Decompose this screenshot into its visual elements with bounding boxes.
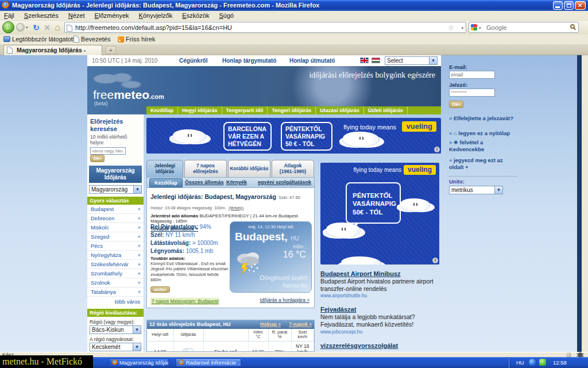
ad-url-link[interactable]: www.airportshuttle.hu <box>320 293 441 298</box>
search-box[interactable]: ▾ <box>469 22 579 33</box>
url-input[interactable] <box>75 23 437 32</box>
tomorrow-link[interactable]: Holnap » <box>260 320 281 329</box>
units-button[interactable]: units» <box>150 286 170 293</box>
city-item-szombathely[interactable]: Szombathely+ <box>87 269 144 278</box>
nav-mountain[interactable]: Hegyi időjárás <box>178 106 222 114</box>
taskbar-button-weather[interactable]: Magyarország Időjár... <box>109 358 169 367</box>
bookmark-star-icon[interactable]: ☆ <box>448 24 454 32</box>
bookmark-getting-started[interactable]: Bevezetés <box>74 35 110 44</box>
menu-edit[interactable]: Szerkesztés <box>20 11 63 21</box>
password-field[interactable] <box>449 89 495 97</box>
ad-info-icon[interactable]: i <box>434 147 440 152</box>
menu-bookmarks[interactable]: Könyvjelzők <box>135 11 177 21</box>
menu-help[interactable]: Súgó <box>215 11 238 21</box>
site-link-about[interactable]: Cégünkről <box>179 57 207 64</box>
remember-page-link[interactable]: » jegyezd meg ezt az oldalt + <box>449 157 518 171</box>
card-condition: Dörgéssel kisért havazás <box>254 274 307 289</box>
subtab-custom-services[interactable]: egyéni szolgáltatások <box>258 179 311 185</box>
nav-business[interactable]: Üzleti időjárás <box>364 106 408 114</box>
new-tab-button[interactable]: + <box>106 46 116 54</box>
set-homepage-link[interactable]: » ⌂ legyen ez a nyitólap <box>449 130 518 137</box>
bookmark-most-visited[interactable]: Legtöbbször látogatott <box>3 35 75 44</box>
more-cities-link[interactable]: több város <box>87 297 144 306</box>
wind-label: Szél: <box>150 232 164 238</box>
tab-7day-forecast[interactable]: 7 napos előrejelzés <box>184 160 227 177</box>
nav-travel[interactable]: Utazási időjárás <box>316 106 364 114</box>
tab-averages[interactable]: Átlagok (1961-1990) <box>272 160 314 177</box>
banner-bubble-price: PÉNTEKTŐL VASÁRNAPIG 50 € - TÓL <box>281 122 332 151</box>
password-label: Jelszó: <box>449 82 467 88</box>
vueling-banner[interactable]: BARCELONA VÁR EZEN A HÉTVÉGÉN PÉNTEKTŐL … <box>146 118 441 154</box>
city-item-debrecen[interactable]: Debrecen+ <box>87 214 144 223</box>
hungary-flag-icon[interactable] <box>372 57 380 63</box>
language-indicator[interactable]: HU <box>516 357 524 368</box>
input-switcher-icon[interactable] <box>529 359 536 366</box>
city-search-input[interactable] <box>90 147 126 155</box>
bookmark-latest-headlines[interactable]: Friss hírek <box>118 35 155 44</box>
forward-button[interactable]: → <box>16 23 25 32</box>
plus-icon: + <box>137 261 141 267</box>
reload-button[interactable]: ↻ <box>31 21 41 34</box>
nav-home[interactable]: Kezdőlap <box>146 106 178 114</box>
menu-file[interactable]: Fájl <box>0 11 18 21</box>
search-engine-dropdown-icon[interactable]: ▾ <box>479 26 481 30</box>
tab-current-weather[interactable]: Jelenlegi időjárás <box>146 160 183 177</box>
minimize-button[interactable] <box>553 1 563 10</box>
nav-marine[interactable]: Tengeri időjárás <box>268 106 316 114</box>
city-item-szekesfehervar[interactable]: Székesfehérvár+ <box>87 260 144 269</box>
messenger-icon[interactable] <box>539 359 546 366</box>
city-item-szolnok[interactable]: Szolnok+ <box>87 278 144 288</box>
uk-flag-icon[interactable] <box>360 57 369 63</box>
menu-view[interactable]: Nézet <box>64 11 89 21</box>
search-magnifier-icon[interactable] <box>570 24 575 29</box>
site-link-guide[interactable]: Honlap útmutató <box>289 57 335 64</box>
ad-title-link[interactable]: vizszerelésgyorsszolgálat <box>320 342 441 349</box>
week-link[interactable]: 7-napok » <box>289 320 312 329</box>
history-dropdown-icon[interactable]: ▾ <box>26 25 28 30</box>
subtab-home[interactable]: Kezdőlap <box>149 178 183 187</box>
region-city-select[interactable]: Kecskemét <box>90 343 141 351</box>
add-favorites-link[interactable]: » ✳ felvétel a Kedvencekbe <box>449 139 518 154</box>
country-select[interactable]: Magyarország <box>89 185 142 194</box>
restore-button[interactable] <box>564 1 574 10</box>
city-item-budapest[interactable]: Budapest+ <box>87 205 144 214</box>
map-link[interactable]: (térkép) <box>229 205 243 210</box>
city-item-szeged[interactable]: Szeged+ <box>87 232 144 241</box>
subtab-all-stations[interactable]: Összes állomás <box>185 179 224 185</box>
meteogram-link[interactable]: 7 napos Meteogram: Budapest <box>150 298 219 305</box>
browser-tab[interactable]: Magyarország Időjárás - Jelenlegi id... <box>3 45 102 55</box>
nav-coastal[interactable]: Tengerparti idő <box>222 106 268 114</box>
back-button[interactable]: ← <box>2 21 14 33</box>
city-item-nyiregyhaza[interactable]: Nyíregyháza+ <box>87 251 144 260</box>
language-select[interactable]: Select Language <box>385 56 438 65</box>
menu-history[interactable]: Előzmények <box>91 11 133 21</box>
taskbar-button-radar[interactable]: Radarové informácie ... <box>176 358 241 367</box>
units-select[interactable]: metrikus <box>449 186 503 194</box>
ad-info-icon[interactable]: i <box>432 258 438 263</box>
region-select[interactable]: Bács-Kiskun <box>90 325 141 334</box>
ad-title-link[interactable]: Fejvadászat <box>320 306 441 313</box>
forgot-password-link[interactable]: » Elfelejtette a jelszavát? <box>449 115 518 122</box>
url-dropdown-icon[interactable]: ▾ <box>461 26 463 30</box>
menu-tools[interactable]: Eszközök <box>178 11 213 21</box>
search-input[interactable] <box>486 23 567 32</box>
site-link-index[interactable]: Honlap tárgymutató <box>222 57 276 64</box>
city-item-miskolc[interactable]: Miskolc+ <box>87 223 144 232</box>
firefox-icon <box>179 359 184 365</box>
login-ok-button[interactable]: Ok» <box>449 101 463 108</box>
home-button[interactable]: ⌂ <box>52 21 63 34</box>
email-field[interactable] <box>449 71 495 79</box>
subtab-surroundings[interactable]: Környék <box>226 179 247 185</box>
ad-title-link[interactable]: Budapest Airport Minibusz <box>320 270 441 277</box>
tab-past-weather[interactable]: Korábbi időjárás <box>228 160 270 177</box>
site-logo[interactable]: freemeteo.com <box>93 88 164 102</box>
stop-button[interactable]: ✕ <box>42 21 52 34</box>
url-bar[interactable]: ☆ ▾ <box>64 22 466 33</box>
vueling-square-ad[interactable]: flying today means vueling PÉNTEKTŐL VAS… <box>320 163 439 264</box>
weather-widget-link[interactable]: Időjárás a honlapjára » <box>260 297 310 303</box>
city-item-tatabanya[interactable]: Tatabánya+ <box>87 288 144 297</box>
ad-url-link[interactable]: www.jobconcept.hu <box>320 329 441 335</box>
close-button[interactable]: ✕ <box>575 1 586 10</box>
city-search-ok-button[interactable]: Ok» <box>90 155 105 162</box>
city-item-pecs[interactable]: Pécs+ <box>87 241 144 251</box>
